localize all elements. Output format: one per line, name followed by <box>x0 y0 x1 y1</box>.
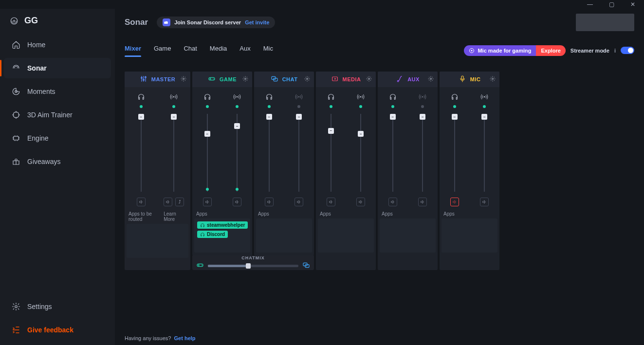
apps-dropzone[interactable] <box>442 218 497 253</box>
channel-name-label: MASTER <box>151 76 175 82</box>
chatmix-label: CHATMIX <box>241 255 264 260</box>
monitor-toggle-button[interactable]: ⤴ <box>175 198 184 206</box>
sidebar-item-moments[interactable]: Moments <box>4 81 111 102</box>
volume-fader[interactable]: − <box>422 114 423 192</box>
tab-mic[interactable]: Mic <box>263 45 273 56</box>
sidebar-item-settings[interactable]: Settings <box>4 296 111 317</box>
channel-settings-button[interactable] <box>428 76 434 83</box>
discord-invite-link[interactable]: Get invite <box>245 19 269 25</box>
broadcast-icon <box>170 93 178 102</box>
mute-button[interactable] <box>203 198 212 206</box>
fader-handle[interactable]: − <box>204 131 210 137</box>
tab-mixer[interactable]: Mixer <box>125 45 141 56</box>
streamer-mode-label: Streamer mode <box>570 48 609 54</box>
window-minimize-button[interactable]: — <box>584 1 596 8</box>
volume-fader[interactable]: − <box>173 114 174 192</box>
volume-fader[interactable]: − <box>484 114 485 192</box>
sidebar-item-3d-aim-trainer[interactable]: 3D Aim Trainer <box>4 105 111 125</box>
volume-fader[interactable]: − <box>360 114 361 192</box>
fader-handle[interactable]: − <box>390 114 396 120</box>
window-maximize-button[interactable]: ▢ <box>605 1 618 8</box>
apps-dropzone[interactable] <box>380 218 436 253</box>
mute-button[interactable] <box>137 198 146 206</box>
app-chip[interactable]: >Discord <box>197 231 228 238</box>
channel-settings-button[interactable] <box>242 76 248 83</box>
channel-settings-button[interactable] <box>181 76 186 83</box>
mute-button[interactable] <box>265 198 274 206</box>
channel-header: GAME <box>192 72 252 87</box>
mute-button[interactable] <box>356 198 365 206</box>
headphones-icon <box>137 93 145 102</box>
channel-settings-button[interactable] <box>366 76 372 83</box>
sidebar-item-sonar[interactable]: Sonar <box>4 58 111 78</box>
apps-dropzone[interactable]: >steamwebhelper>Discord <box>194 218 250 253</box>
tab-chat[interactable]: Chat <box>184 45 197 56</box>
tab-game[interactable]: Game <box>154 45 171 56</box>
apps-header-label: Apps <box>382 211 393 217</box>
mute-button[interactable] <box>480 198 489 206</box>
volume-fader[interactable]: − <box>141 114 142 192</box>
fader-handle[interactable]: − <box>266 114 272 120</box>
headphones-icon <box>203 93 211 102</box>
volume-fader[interactable]: − <box>207 114 208 192</box>
channel-settings-button[interactable] <box>304 76 310 83</box>
mute-button[interactable] <box>327 198 335 206</box>
promo-pill[interactable]: Mic made for gaming Explore <box>464 45 565 56</box>
mute-button[interactable] <box>418 198 427 206</box>
fader-handle[interactable]: − <box>358 131 364 137</box>
active-indicator <box>206 105 209 108</box>
channel-name-label: MIC <box>470 76 481 82</box>
info-icon[interactable]: i <box>614 48 616 54</box>
svg-point-28 <box>430 78 432 80</box>
active-indicator <box>421 105 424 108</box>
fader-handle[interactable]: − <box>171 114 177 120</box>
chatmix-thumb[interactable] <box>246 263 251 269</box>
mute-button[interactable] <box>450 198 459 206</box>
mute-button[interactable] <box>294 198 303 206</box>
streamer-mode-toggle[interactable] <box>621 47 634 54</box>
brand-logo[interactable]: GG <box>0 13 115 35</box>
fader-handle[interactable]: − <box>481 114 487 120</box>
volume-fader[interactable]: − <box>331 114 331 192</box>
sidebar-item-feedback[interactable]: Give feedback <box>4 320 111 340</box>
chatmix-panel: CHATMIX <box>192 255 314 270</box>
apps-header: Apps to be routedLearn More <box>125 211 190 224</box>
fader-handle[interactable]: − <box>138 114 144 120</box>
fader-handle[interactable]: − <box>328 128 334 134</box>
tab-media[interactable]: Media <box>210 45 227 56</box>
volume-fader[interactable]: − <box>269 114 270 192</box>
apps-dropzone[interactable] <box>318 218 374 253</box>
volume-fader[interactable]: − <box>392 114 393 192</box>
mute-button[interactable] <box>388 198 397 206</box>
sidebar-item-engine[interactable]: Engine <box>4 128 111 148</box>
apps-dropzone[interactable] <box>127 224 188 258</box>
apps-header: Apps <box>316 211 376 218</box>
fader-handle[interactable]: − <box>234 123 240 129</box>
volume-fader[interactable]: − <box>454 114 455 192</box>
app-chip[interactable]: >steamwebhelper <box>197 221 248 229</box>
mute-button[interactable] <box>164 198 172 206</box>
header-search-box[interactable] <box>576 14 634 31</box>
channel-settings-button[interactable] <box>490 76 496 83</box>
fader-handle[interactable]: − <box>420 114 425 120</box>
learn-more-link[interactable]: Learn More <box>164 211 186 222</box>
window-close-button[interactable]: ✕ <box>626 1 639 8</box>
sidebar-item-home[interactable]: Home <box>4 35 111 55</box>
tab-aux[interactable]: Aux <box>239 45 250 56</box>
discord-invite-pill[interactable]: Join Sonar Discord server Get invite <box>157 17 275 28</box>
footer-help-text: Having any issues? <box>125 335 171 341</box>
headphones-icon <box>451 93 459 102</box>
chatmix-slider[interactable] <box>208 265 298 267</box>
active-indicator <box>483 105 486 108</box>
sidebar-item-giveaways[interactable]: Giveaways <box>4 151 111 172</box>
fader-column: −⤴ <box>158 93 191 206</box>
fader-handle[interactable]: − <box>452 114 458 120</box>
fader-handle[interactable]: − <box>296 114 302 120</box>
svg-point-27 <box>397 80 399 82</box>
footer-help-link[interactable]: Get help <box>174 335 196 341</box>
volume-fader[interactable]: − <box>237 114 238 192</box>
volume-fader[interactable]: − <box>298 114 299 192</box>
apps-dropzone[interactable] <box>256 218 312 253</box>
mute-button[interactable] <box>233 198 241 206</box>
apps-header: Apps <box>440 211 499 218</box>
